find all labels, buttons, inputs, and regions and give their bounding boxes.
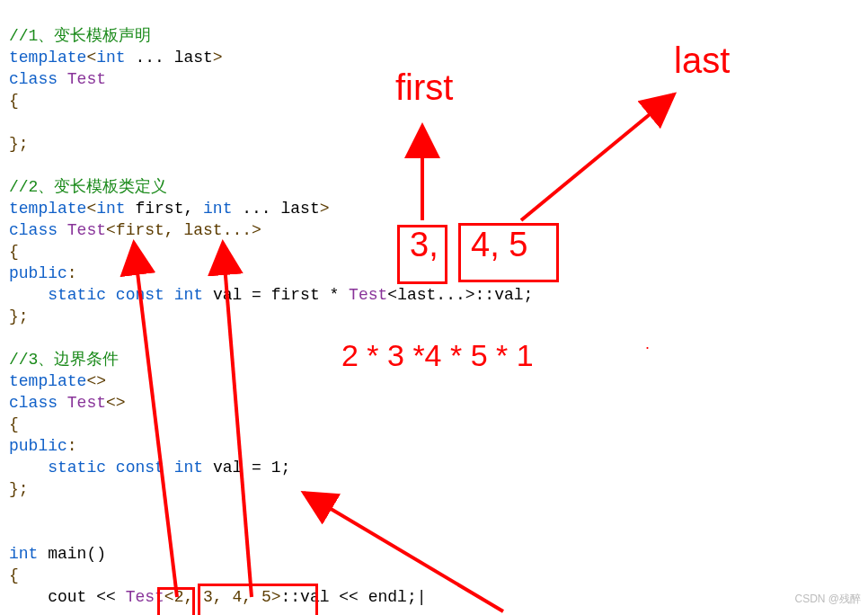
call-rest: ::val << endl; — [280, 588, 416, 606]
kw-static-1: static — [48, 286, 106, 304]
kw-template-3: template — [9, 372, 86, 390]
kw-int-5: int — [9, 545, 38, 563]
kw-int-4: int — [174, 459, 203, 477]
brace-open-1: { — [9, 92, 19, 110]
kw-const-1: const — [116, 286, 164, 304]
type-test-call: Test — [126, 588, 164, 606]
code-block: //1、变长模板声明 template<int ... last> class … — [0, 0, 868, 611]
type-test-3: Test — [58, 394, 106, 412]
call-args: <2, 3, 4, 5> — [164, 588, 281, 606]
param-pack-2: ... last — [232, 200, 319, 218]
kw-static-2: static — [48, 459, 106, 477]
comment-2: //2、变长模板类定义 — [9, 178, 167, 196]
brace-open-3: { — [9, 415, 19, 433]
kw-template-2: template — [9, 200, 86, 218]
brace-close-1: }; — [9, 135, 29, 153]
kw-class-2: class — [9, 221, 58, 239]
kw-class-3: class — [9, 394, 58, 412]
angle-close-1: > — [213, 49, 223, 67]
sp — [106, 286, 116, 304]
colon-2: : — [67, 437, 77, 455]
kw-public-1: public — [9, 264, 67, 282]
spec-args: <first, last...> — [106, 221, 261, 239]
kw-template-1: template — [9, 49, 86, 67]
param-pack-1: ... last — [126, 49, 213, 67]
val-expr-1a: val = first * — [203, 286, 349, 304]
brace-close-3: }; — [9, 480, 29, 498]
angle-empty-1: <> — [86, 372, 106, 390]
kw-int-3: int — [174, 286, 203, 304]
type-test-1: Test — [58, 70, 106, 88]
val-expr-1b: <last...>::val; — [387, 286, 533, 304]
watermark: CSDN @残醉 — [794, 588, 861, 610]
kw-int-1: int — [96, 49, 125, 67]
angle-open-1: < — [86, 49, 96, 67]
comment-1: //1、变长模板声明 — [9, 27, 151, 45]
fn-main: main() — [38, 545, 106, 563]
angle-close-2: > — [320, 200, 330, 218]
indent-1 — [9, 286, 48, 304]
val-expr-2: val = 1; — [203, 459, 290, 477]
type-test-rec: Test — [349, 286, 387, 304]
angle-empty-2: <> — [106, 394, 126, 412]
comment-3: //3、边界条件 — [9, 351, 119, 369]
sp — [106, 459, 116, 477]
kw-int-2a: int — [96, 200, 125, 218]
kw-class-1: class — [9, 70, 58, 88]
brace-close-2: }; — [9, 308, 29, 325]
kw-public-2: public — [9, 437, 67, 455]
indent-3 — [9, 588, 48, 606]
cout: cout << — [48, 588, 125, 606]
kw-const-2: const — [116, 459, 164, 477]
brace-open-2: { — [9, 243, 19, 261]
text-cursor: | — [417, 588, 427, 606]
param-first: first, — [126, 200, 203, 218]
angle-open-2: < — [86, 200, 96, 218]
brace-open-4: { — [9, 566, 19, 584]
sp — [164, 459, 174, 477]
sp — [164, 286, 174, 304]
type-test-2: Test — [58, 221, 106, 239]
colon-1: : — [67, 264, 77, 282]
indent-2 — [9, 459, 48, 477]
kw-int-2b: int — [203, 200, 232, 218]
